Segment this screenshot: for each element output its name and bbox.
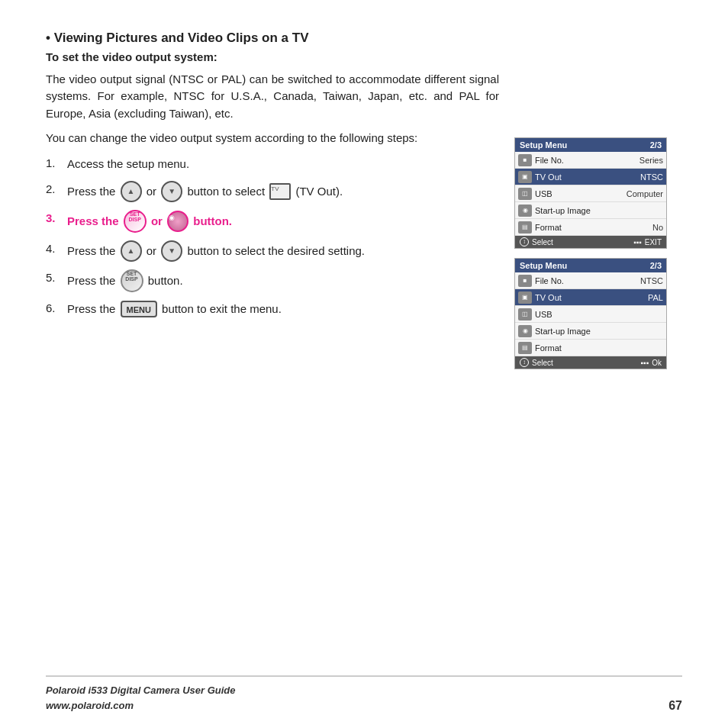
- screen1-footer-right: ▪▪▪ EXIT: [633, 237, 662, 246]
- screen1-header: Setup Menu 2/3: [515, 138, 666, 152]
- step-3-press: Press the: [67, 212, 122, 230]
- tv-out-icon: TV: [269, 183, 291, 200]
- step-6-content: Press the MENU button to exit the menu.: [67, 300, 499, 318]
- screen1-icon-3: ◉: [518, 205, 532, 217]
- screen2-row-3: ◉ Start-up Image: [515, 323, 666, 340]
- title-text: Viewing Pictures and Video Clips on a TV: [54, 31, 309, 45]
- screen2-icon-1: ▣: [518, 292, 532, 304]
- screen2-label-2: USB: [535, 310, 663, 319]
- down-button-icon: [161, 181, 182, 202]
- set-button-icon: SETDISP: [121, 269, 143, 292]
- screen1-row-2: ◫ USB Computer: [515, 185, 666, 202]
- screen2-label-3: Start-up Image: [535, 327, 663, 336]
- screen1-value-0: Series: [639, 156, 663, 165]
- screen2-select-icon: ↕: [520, 358, 529, 367]
- text-column: • Viewing Pictures and Video Clips on a …: [46, 31, 499, 369]
- footer-text: Polaroid i533 Digital Camera User Guide …: [46, 683, 236, 713]
- paragraph1: The video output signal (NTSC or PAL) ca…: [46, 71, 499, 123]
- step-2: 2. Press the or button to select TV (TV …: [46, 181, 499, 202]
- down-button-2-icon: [161, 240, 182, 262]
- step-3-content: Press the SETDISP or ◉ button.: [67, 210, 499, 233]
- step-4: 4. Press the or button to select the des…: [46, 240, 499, 262]
- step-2-or: or: [143, 182, 160, 201]
- step-1-content: Access the setup menu.: [67, 155, 499, 173]
- screen2-value-0: NTSC: [640, 276, 663, 285]
- screen2-row-1: ▣ TV Out PAL: [515, 289, 666, 306]
- screen1-value-1: NTSC: [640, 172, 663, 182]
- step-5-num: 5.: [46, 269, 67, 287]
- screen2-footer-right: ▪▪▪ Ok: [641, 358, 662, 367]
- step-2-content: Press the or button to select TV (TV Out…: [67, 181, 499, 202]
- step-5-button: button.: [145, 272, 183, 290]
- screen2-label-0: File No.: [535, 276, 640, 285]
- screen1-row-1: ▣ TV Out NTSC: [515, 169, 666, 185]
- screen1-label-3: Start-up Image: [535, 206, 663, 215]
- page-title: • Viewing Pictures and Video Clips on a …: [46, 31, 499, 46]
- screen2-page: 2/3: [650, 261, 662, 270]
- step-1: 1. Access the setup menu.: [46, 155, 499, 173]
- screen2-title: Setup Menu: [520, 261, 567, 270]
- step-3-or: or: [148, 212, 166, 230]
- screen1-page: 2/3: [650, 140, 662, 150]
- screen1-label-0: File No.: [535, 156, 639, 165]
- screen2-select-label: Select: [532, 359, 553, 367]
- up-button-2-icon: [121, 240, 142, 262]
- page-number: 67: [668, 699, 682, 713]
- screen2-row-0: ■ File No. NTSC: [515, 272, 666, 289]
- screen1-select-label: Select: [532, 238, 553, 246]
- step-6-num: 6.: [46, 300, 67, 317]
- screen2-footer: ↕ Select ▪▪▪ Ok: [515, 356, 666, 369]
- screen1-icon-4: ▤: [518, 221, 532, 234]
- main-layout: • Viewing Pictures and Video Clips on a …: [46, 31, 682, 369]
- step-2-press: Press the: [67, 182, 119, 201]
- step-4-text: button to select the desired setting.: [184, 242, 365, 260]
- screen2-ok-text: Ok: [652, 359, 662, 367]
- menu-button-icon: MENU: [121, 301, 157, 317]
- step-6-text: button to exit the menu.: [159, 300, 282, 318]
- step-5: 5. Press the SETDISP button.: [46, 269, 499, 292]
- step-3-button: button.: [190, 212, 232, 230]
- step-3: 3. Press the SETDISP or ◉ button.: [46, 210, 499, 233]
- screen1-icon-0: ■: [518, 154, 532, 166]
- screen1-exit-label: ▪▪▪: [633, 238, 642, 246]
- step-1-num: 1.: [46, 155, 67, 172]
- step-4-content: Press the or button to select the desire…: [67, 240, 499, 262]
- subtitle: To set the video output system:: [46, 49, 499, 66]
- screen2-icon-0: ■: [518, 275, 532, 287]
- screen2-row-4: ▤ Format: [515, 340, 666, 356]
- screen1-title: Setup Menu: [520, 140, 567, 150]
- screen1-icon-1: ▣: [518, 171, 532, 183]
- screen2-icon-2: ◫: [518, 308, 532, 321]
- joystick-pink-icon: ◉: [167, 211, 188, 232]
- screen1-icon-2: ◫: [518, 188, 532, 200]
- screen2-ok-label: ▪▪▪: [641, 359, 649, 367]
- setup-screen-1: Setup Menu 2/3 ■ File No. Series ▣ TV Ou…: [514, 137, 667, 249]
- screen1-label-2: USB: [535, 189, 627, 198]
- steps-list: 1. Access the setup menu. 2. Press the o…: [46, 155, 499, 318]
- screen1-label-4: Format: [535, 223, 652, 232]
- up-button-icon: [121, 181, 142, 202]
- screen1-footer-left: ↕ Select: [520, 237, 553, 246]
- step-4-num: 4.: [46, 240, 67, 258]
- step-6: 6. Press the MENU button to exit the men…: [46, 300, 499, 318]
- set-button-pink-icon: SETDISP: [124, 210, 147, 233]
- step-4-or: or: [143, 242, 160, 260]
- screen1-exit-text: EXIT: [645, 238, 662, 246]
- screen1-footer: ↕ Select ▪▪▪ EXIT: [515, 236, 666, 248]
- screen2-header: Setup Menu 2/3: [515, 259, 666, 272]
- footer-line1: Polaroid i533 Digital Camera User Guide: [46, 683, 236, 698]
- screen2-label-4: Format: [535, 343, 663, 353]
- bullet: •: [46, 31, 54, 45]
- step-1-text: Access the setup menu.: [67, 155, 189, 173]
- screen1-value-4: No: [652, 223, 663, 232]
- step-4-press: Press the: [67, 242, 119, 260]
- screen1-label-1: TV Out: [535, 172, 640, 182]
- step-5-press: Press the: [67, 272, 119, 290]
- screen1-row-3: ◉ Start-up Image: [515, 202, 666, 219]
- step-2-select: button to select: [184, 182, 268, 201]
- screen2-icon-4: ▤: [518, 342, 532, 354]
- screen2-row-2: ◫ USB: [515, 306, 666, 323]
- screens-column: Setup Menu 2/3 ■ File No. Series ▣ TV Ou…: [514, 137, 682, 369]
- setup-screen-2: Setup Menu 2/3 ■ File No. NTSC ▣ TV Out …: [514, 258, 667, 369]
- screen1-row-4: ▤ Format No: [515, 219, 666, 236]
